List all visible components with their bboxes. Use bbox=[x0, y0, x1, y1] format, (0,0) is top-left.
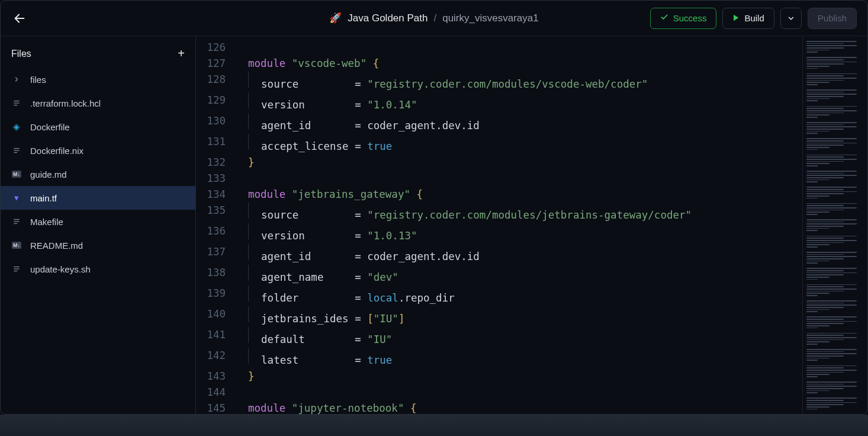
minimap-line bbox=[806, 303, 844, 304]
minimap-line bbox=[806, 358, 830, 359]
minimap-line bbox=[806, 313, 864, 315]
minimap-line bbox=[806, 168, 864, 169]
minimap-line bbox=[806, 291, 844, 292]
build-dropdown-button[interactable] bbox=[780, 8, 802, 29]
code-text: version = "1.0.13" bbox=[236, 223, 417, 244]
minimap-line bbox=[806, 75, 844, 76]
code-line[interactable]: 139 folder = local.repo_dir bbox=[196, 286, 802, 306]
line-number: 131 bbox=[196, 134, 236, 155]
file-name: Dockerfile.nix bbox=[30, 146, 83, 156]
code-line[interactable]: 138 agent_name = "dev" bbox=[196, 265, 802, 286]
code-text: source = "registry.coder.com/modules/jet… bbox=[236, 203, 692, 223]
minimap-line bbox=[806, 73, 857, 75]
code-line[interactable]: 126 bbox=[196, 40, 802, 56]
code-text bbox=[236, 384, 248, 400]
minimap-line bbox=[806, 195, 830, 197]
code-editor[interactable]: 126127module "vscode-web" {128 source = … bbox=[196, 36, 802, 414]
file-name: Dockerfile bbox=[30, 122, 70, 132]
code-text: } bbox=[236, 368, 255, 384]
code-line[interactable]: 136 version = "1.0.13" bbox=[196, 223, 802, 244]
file-item[interactable]: M↓guide.md bbox=[1, 162, 195, 186]
doc-icon bbox=[11, 217, 22, 226]
minimap-line bbox=[806, 211, 830, 213]
minimap-line bbox=[806, 63, 844, 65]
minimap-line bbox=[806, 94, 857, 95]
code-line[interactable]: 133 bbox=[196, 171, 802, 187]
minimap-line bbox=[806, 252, 857, 253]
file-name: main.tf bbox=[30, 193, 57, 203]
code-line[interactable]: 140 jetbrains_ides = ["IU"] bbox=[196, 306, 802, 327]
minimap-line bbox=[806, 362, 864, 364]
code-line[interactable]: 141 default = "IU" bbox=[196, 327, 802, 348]
code-line[interactable]: 132} bbox=[196, 155, 802, 171]
minimap-line bbox=[806, 117, 818, 118]
minimap-line bbox=[806, 114, 830, 116]
code-line[interactable]: 131 accept_license = true bbox=[196, 134, 802, 155]
code-line[interactable]: 128 source = "registry.coder.com/modules… bbox=[196, 72, 802, 92]
minimap-line bbox=[806, 216, 864, 218]
minimap-line bbox=[806, 254, 844, 255]
build-button[interactable]: Build bbox=[722, 8, 774, 29]
minimap-line bbox=[806, 149, 818, 150]
minimap-line bbox=[806, 400, 844, 401]
minimap-line bbox=[806, 232, 864, 234]
check-icon bbox=[660, 13, 668, 23]
minimap-line bbox=[806, 126, 857, 127]
minimap-line bbox=[806, 161, 844, 162]
minimap-line bbox=[806, 173, 844, 174]
minimap-line bbox=[806, 159, 857, 160]
file-item[interactable]: update-keys.sh bbox=[1, 257, 195, 281]
back-button[interactable] bbox=[11, 10, 28, 27]
minimap-line bbox=[806, 133, 818, 134]
doc-icon bbox=[11, 265, 22, 273]
minimap-line bbox=[806, 286, 844, 287]
code-line[interactable]: 143} bbox=[196, 368, 802, 384]
minimap-line bbox=[806, 249, 864, 251]
file-name: README.md bbox=[30, 241, 83, 251]
file-item[interactable]: Dockerfile.nix bbox=[1, 139, 195, 162]
code-line[interactable]: 135 source = "registry.coder.com/modules… bbox=[196, 203, 802, 223]
code-line[interactable]: 144 bbox=[196, 384, 802, 400]
minimap-line bbox=[806, 360, 818, 361]
minimap-line bbox=[806, 272, 857, 274]
minimap-line bbox=[806, 335, 844, 336]
minimap-line bbox=[806, 200, 864, 201]
files-panel-title: Files bbox=[11, 49, 31, 59]
code-line[interactable]: 129 version = "1.0.14" bbox=[196, 92, 802, 113]
md-icon: M↓ bbox=[11, 242, 22, 249]
line-number: 127 bbox=[196, 56, 236, 72]
file-item[interactable]: Makefile bbox=[1, 210, 195, 233]
minimap-line bbox=[806, 50, 830, 51]
minimap-line bbox=[806, 203, 857, 204]
code-line[interactable]: 145module "jupyter-notebook" { bbox=[196, 400, 802, 414]
minimap-line bbox=[806, 171, 857, 172]
code-line[interactable]: 137 agent_id = coder_agent.dev.id bbox=[196, 244, 802, 265]
folder-item[interactable]: files bbox=[1, 68, 195, 91]
code-line[interactable]: 130 agent_id = coder_agent.dev.id bbox=[196, 113, 802, 134]
code-text: } bbox=[236, 155, 255, 171]
minimap-line bbox=[806, 353, 857, 354]
file-item[interactable]: ◈Dockerfile bbox=[1, 115, 195, 139]
minimap-line bbox=[806, 228, 830, 229]
minimap-line bbox=[806, 390, 830, 392]
minimap-line bbox=[806, 181, 818, 182]
code-line[interactable]: 142 latest = true bbox=[196, 348, 802, 368]
code-text: accept_license = true bbox=[236, 134, 392, 155]
file-item[interactable]: .terraform.lock.hcl bbox=[1, 91, 195, 115]
breadcrumb-project[interactable]: Java Golden Path bbox=[348, 12, 427, 24]
line-number: 137 bbox=[196, 244, 236, 265]
code-line[interactable]: 134module "jetbrains_gateway" { bbox=[196, 187, 802, 203]
add-file-button[interactable]: + bbox=[178, 47, 185, 60]
file-item[interactable]: ▾main.tf bbox=[1, 186, 195, 210]
minimap-line bbox=[806, 246, 818, 248]
minimap-line bbox=[806, 52, 818, 53]
play-icon bbox=[732, 13, 740, 23]
breadcrumb-workspace[interactable]: quirky_visvesvaraya1 bbox=[442, 12, 539, 24]
minimap-line bbox=[806, 226, 844, 227]
file-item[interactable]: M↓README.md bbox=[1, 233, 195, 257]
minimap[interactable] bbox=[802, 36, 867, 414]
minimap-line bbox=[806, 207, 857, 209]
minimap-line bbox=[806, 129, 844, 130]
code-line[interactable]: 127module "vscode-web" { bbox=[196, 56, 802, 72]
minimap-line bbox=[806, 384, 844, 385]
